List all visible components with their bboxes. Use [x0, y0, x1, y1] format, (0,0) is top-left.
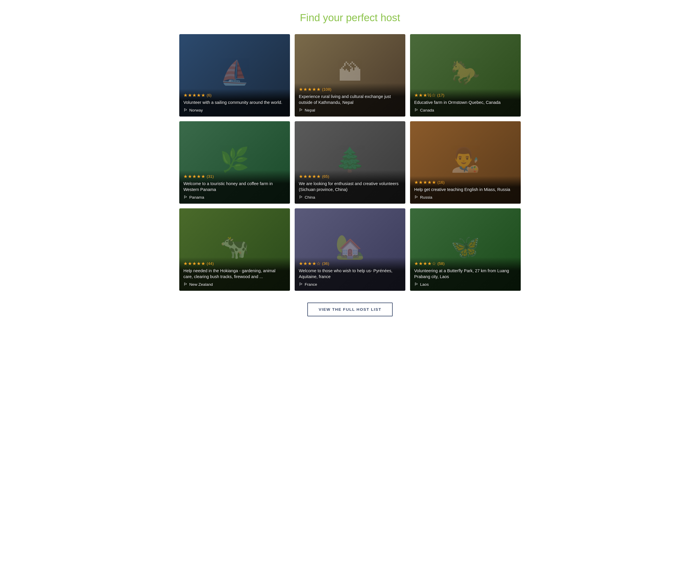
host-card-4[interactable]: ★★★★★ (31) Welcome to a touristic honey … — [179, 121, 290, 204]
card-title-7: Help needed in the Hokianga - gardening,… — [183, 268, 286, 280]
country-name-3: Canada — [420, 108, 434, 112]
review-count-1: (6) — [207, 93, 212, 97]
country-row-1: 🏳 Norway — [183, 108, 286, 112]
stars-1: ★★★★★ — [183, 92, 205, 98]
card-overlay-5: ★★★★★ (65) We are looking for enthusiast… — [295, 170, 405, 204]
review-count-9: (58) — [437, 261, 444, 266]
card-overlay-1: ★★★★★ (6) Volunteer with a sailing commu… — [179, 89, 290, 117]
card-overlay-3: ★★★½☆ (17) Educative farm in Ormstown Qu… — [410, 89, 521, 117]
card-title-5: We are looking for enthusiast and creati… — [299, 181, 401, 192]
stars-row-9: ★★★★☆ (58) — [414, 261, 517, 266]
card-overlay-2: ★★★★★ (108) Experience rural living and … — [295, 83, 405, 117]
country-name-6: Russia — [420, 195, 432, 200]
country-name-9: Laos — [420, 282, 429, 287]
country-row-8: 🏳 France — [299, 282, 401, 287]
country-row-5: 🏳 China — [299, 195, 401, 200]
country-name-4: Panama — [189, 195, 204, 200]
stars-row-7: ★★★★★ (44) — [183, 261, 286, 266]
review-count-2: (108) — [322, 87, 331, 92]
stars-row-1: ★★★★★ (6) — [183, 92, 286, 98]
card-overlay-9: ★★★★☆ (58) Volunteering at a Butterfly P… — [410, 257, 521, 291]
host-card-7[interactable]: ★★★★★ (44) Help needed in the Hokianga -… — [179, 208, 290, 291]
flag-icon-5: 🏳 — [299, 195, 303, 200]
flag-icon-3: 🏳 — [414, 108, 418, 112]
flag-icon-4: 🏳 — [183, 195, 188, 200]
stars-row-4: ★★★★★ (31) — [183, 174, 286, 179]
flag-icon-2: 🏳 — [299, 108, 303, 112]
stars-8: ★★★★☆ — [299, 261, 321, 266]
host-grid: ★★★★★ (6) Volunteer with a sailing commu… — [179, 34, 521, 291]
card-title-4: Welcome to a touristic honey and coffee … — [183, 181, 286, 192]
card-title-1: Volunteer with a sailing community aroun… — [183, 100, 286, 105]
stars-2: ★★★★★ — [299, 87, 321, 92]
country-row-4: 🏳 Panama — [183, 195, 286, 200]
card-overlay-7: ★★★★★ (44) Help needed in the Hokianga -… — [179, 257, 290, 291]
flag-icon-8: 🏳 — [299, 282, 303, 287]
flag-icon-9: 🏳 — [414, 282, 418, 287]
host-card-2[interactable]: ★★★★★ (108) Experience rural living and … — [295, 34, 405, 117]
view-full-list-button[interactable]: VIEW THE FULL HOST LIST — [307, 303, 392, 316]
host-card-8[interactable]: ★★★★☆ (36) Welcome to those who wish to … — [295, 208, 405, 291]
country-name-8: France — [305, 282, 317, 287]
card-overlay-6: ★★★★★ (16) Help get creative teaching En… — [410, 176, 521, 204]
review-count-5: (65) — [322, 174, 329, 179]
view-button-wrapper: VIEW THE FULL HOST LIST — [179, 303, 521, 316]
page-title: Find your perfect host — [179, 12, 521, 24]
review-count-3: (17) — [437, 93, 444, 97]
stars-row-3: ★★★½☆ (17) — [414, 92, 517, 98]
card-title-3: Educative farm in Ormstown Quebec, Canad… — [414, 100, 517, 105]
flag-icon-7: 🏳 — [183, 282, 188, 287]
stars-row-2: ★★★★★ (108) — [299, 87, 401, 92]
review-count-7: (44) — [207, 261, 214, 266]
country-row-3: 🏳 Canada — [414, 108, 517, 112]
flag-icon-1: 🏳 — [183, 108, 188, 112]
stars-row-8: ★★★★☆ (36) — [299, 261, 401, 266]
review-count-8: (36) — [322, 261, 329, 266]
card-title-9: Volunteering at a Butterfly Park, 27 km … — [414, 268, 517, 280]
country-name-7: New Zealand — [189, 282, 213, 287]
host-card-9[interactable]: ★★★★☆ (58) Volunteering at a Butterfly P… — [410, 208, 521, 291]
host-card-3[interactable]: ★★★½☆ (17) Educative farm in Ormstown Qu… — [410, 34, 521, 117]
host-card-5[interactable]: ★★★★★ (65) We are looking for enthusiast… — [295, 121, 405, 204]
stars-3: ★★★½☆ — [414, 92, 436, 98]
card-title-2: Experience rural living and cultural exc… — [299, 94, 401, 105]
country-row-7: 🏳 New Zealand — [183, 282, 286, 287]
card-title-6: Help get creative teaching English in Mi… — [414, 187, 517, 192]
country-name-1: Norway — [189, 108, 203, 112]
country-row-2: 🏳 Nepal — [299, 108, 401, 112]
stars-4: ★★★★★ — [183, 174, 205, 179]
stars-7: ★★★★★ — [183, 261, 205, 266]
flag-icon-6: 🏳 — [414, 195, 418, 200]
host-card-6[interactable]: ★★★★★ (16) Help get creative teaching En… — [410, 121, 521, 204]
card-overlay-4: ★★★★★ (31) Welcome to a touristic honey … — [179, 170, 290, 204]
card-overlay-8: ★★★★☆ (36) Welcome to those who wish to … — [295, 257, 405, 291]
stars-row-6: ★★★★★ (16) — [414, 180, 517, 185]
stars-9: ★★★★☆ — [414, 261, 436, 266]
review-count-4: (31) — [207, 174, 214, 179]
stars-5: ★★★★★ — [299, 174, 321, 179]
stars-row-5: ★★★★★ (65) — [299, 174, 401, 179]
country-name-5: China — [305, 195, 315, 200]
review-count-6: (16) — [437, 180, 444, 185]
country-row-6: 🏳 Russia — [414, 195, 517, 200]
host-card-1[interactable]: ★★★★★ (6) Volunteer with a sailing commu… — [179, 34, 290, 117]
stars-6: ★★★★★ — [414, 180, 436, 185]
country-row-9: 🏳 Laos — [414, 282, 517, 287]
card-title-8: Welcome to those who wish to help us- Py… — [299, 268, 401, 280]
country-name-2: Nepal — [305, 108, 315, 112]
